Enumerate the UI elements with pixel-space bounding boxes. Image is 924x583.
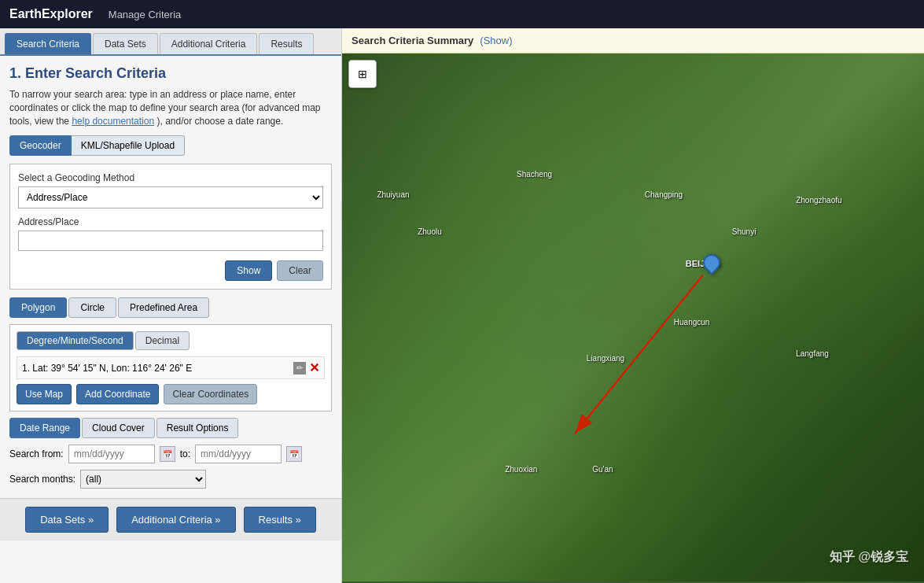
geocoding-method-label: Select a Geocoding Method (18, 172, 323, 183)
calendar-to-button[interactable]: 📅 (286, 446, 302, 462)
map-arrow-svg (342, 54, 924, 581)
city-label-shacheng: Shacheng (517, 170, 552, 179)
tab-cloud-cover[interactable]: Cloud Cover (82, 418, 155, 438)
city-label-zhuoxian: Zhuoxian (505, 465, 537, 474)
search-months-label: Search months: (9, 474, 75, 485)
calendar-from-button[interactable]: 📅 (160, 446, 175, 462)
geocoder-tab-kml[interactable]: KML/Shapefile Upload (72, 135, 185, 156)
panel-description: To narrow your search area: type in an a… (9, 88, 332, 127)
tab-date-range[interactable]: Date Range (9, 418, 80, 438)
city-label-zhongzhaofu: Zhongzhaofu (796, 196, 841, 205)
city-label-langfang: Langfang (796, 349, 829, 358)
help-link[interactable]: help documentation (72, 116, 154, 127)
geocoder-tabs: Geocoder KML/Shapefile Upload (9, 135, 332, 156)
tab-search-criteria[interactable]: Search Criteria (5, 33, 91, 54)
add-coordinate-button[interactable]: Add Coordinate (76, 384, 159, 404)
map-watermark: 知乎 @锐多宝 (830, 549, 908, 566)
date-to-input[interactable] (195, 445, 282, 463)
app-brand: EarthExplorer (9, 7, 93, 21)
section-tabs: Date Range Cloud Cover Result Options (9, 418, 332, 438)
date-from-row: Search from: 📅 to: 📅 (9, 445, 332, 463)
tab-bar: Search Criteria Data Sets Additional Cri… (0, 28, 341, 56)
coordinate-icons: ✏ ✕ (293, 360, 319, 375)
show-button[interactable]: Show (225, 260, 272, 281)
map-header: Search Criteria Summary (Show) (342, 28, 924, 54)
clear-button[interactable]: Clear (277, 260, 323, 281)
clear-coordinates-button[interactable]: Clear Coordinates (164, 384, 257, 404)
search-months-select[interactable]: (all) (80, 470, 206, 489)
main-layout: Search Criteria Data Sets Additional Cri… (0, 28, 924, 583)
city-label-guan: Gu'an (592, 465, 613, 474)
tab-results[interactable]: Results (259, 33, 314, 54)
city-label-liangxiang: Liangxiang (587, 354, 624, 363)
city-label-shunyi: Shunyi (732, 227, 757, 236)
tab-dms[interactable]: Degree/Minute/Second (17, 331, 134, 350)
search-months-row: Search months: (all) (9, 470, 332, 489)
shape-tabs: Polygon Circle Predefined Area (9, 297, 332, 318)
address-place-input[interactable] (18, 231, 323, 251)
panel-heading: 1. Enter Search Criteria (9, 65, 332, 82)
geocoder-tab-geocoder[interactable]: Geocoder (9, 135, 72, 156)
geocoding-method-select[interactable]: Address/Place Country/Territory US State… (18, 186, 323, 208)
manage-criteria-label: Manage Criteria (109, 9, 182, 20)
tab-additional-criteria[interactable]: Additional Criteria (160, 33, 258, 54)
additional-criteria-button[interactable]: Additional Criteria » (116, 507, 235, 533)
decimal-tabs: Degree/Minute/Second Decimal (17, 331, 325, 350)
edit-coordinate-icon[interactable]: ✏ (293, 362, 306, 375)
to-label: to: (180, 448, 190, 459)
coordinate-text: 1. Lat: 39° 54' 15" N, Lon: 116° 24' 26"… (22, 363, 192, 374)
coordinate-buttons: Use Map Add Coordinate Clear Coordinates (17, 384, 325, 404)
results-button[interactable]: Results » (244, 507, 316, 533)
tab-predefined-area[interactable]: Predefined Area (118, 297, 209, 318)
marker-pin (699, 250, 723, 275)
tab-decimal[interactable]: Decimal (135, 331, 190, 350)
address-place-label: Address/Place (18, 216, 323, 227)
geocoder-box: Select a Geocoding Method Address/Place … (9, 164, 332, 290)
panel-content: 1. Enter Search Criteria To narrow your … (0, 56, 341, 498)
city-label-zhuiyuan: Zhuiyuan (377, 190, 409, 199)
city-label-changping: Changping (645, 190, 683, 199)
use-map-button[interactable]: Use Map (17, 384, 72, 404)
city-label-zhuolu: Zhuolu (418, 227, 442, 236)
date-section: Date Range Cloud Cover Result Options Se… (9, 418, 332, 489)
tab-circle[interactable]: Circle (68, 297, 116, 318)
city-label-huangcun: Huangcun (674, 318, 710, 327)
terrain-overlay (342, 54, 924, 581)
map-header-title: Search Criteria Summary (352, 35, 473, 46)
search-from-label: Search from: (9, 448, 64, 459)
tab-polygon[interactable]: Polygon (9, 297, 67, 318)
map-background: ⊞ Zhuolu Shacheng Zhuiyuan Changping Shu… (342, 54, 924, 581)
top-navigation: EarthExplorer Manage Criteria (0, 0, 924, 28)
date-from-input[interactable] (68, 445, 155, 463)
beijing-marker: BEIJING (686, 254, 720, 268)
coordinate-entry: 1. Lat: 39° 54' 15" N, Lon: 116° 24' 26"… (17, 356, 325, 379)
data-sets-button[interactable]: Data Sets » (25, 507, 109, 533)
tab-data-sets[interactable]: Data Sets (93, 33, 158, 54)
action-buttons: Data Sets » Additional Criteria » Result… (0, 498, 341, 541)
tab-result-options[interactable]: Result Options (156, 418, 239, 438)
coordinates-box: Degree/Minute/Second Decimal 1. Lat: 39°… (9, 324, 332, 411)
map-header-show[interactable]: (Show) (480, 35, 512, 46)
left-panel: Search Criteria Data Sets Additional Cri… (0, 28, 342, 583)
description-text-2: ), and/or choose a date range. (156, 116, 283, 127)
map-panel: Search Criteria Summary (Show) ⊞ Zhuolu … (342, 28, 924, 583)
map-layer-button[interactable]: ⊞ (348, 60, 377, 88)
geocoder-btn-row: Show Clear (18, 260, 323, 281)
map-container[interactable]: ⊞ Zhuolu Shacheng Zhuiyuan Changping Shu… (342, 54, 924, 581)
delete-coordinate-icon[interactable]: ✕ (309, 360, 319, 375)
